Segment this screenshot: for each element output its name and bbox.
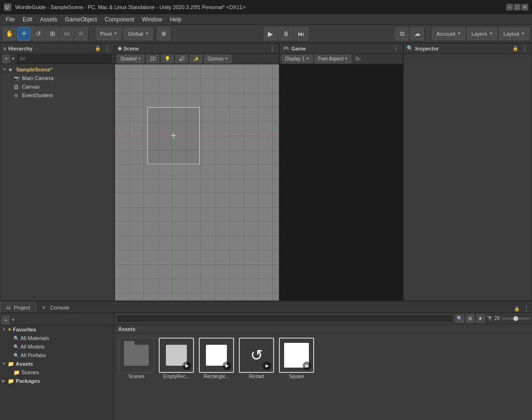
rect-tool-button[interactable]: ▭ — [60, 27, 73, 40]
hierarchy-search-input[interactable] — [17, 54, 112, 64]
hierarchy-lock-button[interactable]: 🔒 — [94, 45, 102, 52]
hierarchy-scene-root[interactable]: ▼ ★ SampleScene* — [0, 65, 114, 74]
assets-main-label: Assets — [114, 324, 532, 334]
project-add-button[interactable]: + — [2, 316, 10, 324]
asset-restart[interactable]: ↺ ▶ Restart — [238, 338, 275, 380]
favorites-section[interactable]: ▼ ★ Favorites — [0, 325, 114, 334]
scene-view[interactable] — [115, 64, 279, 300]
project-tabs: 🗂 Project ≡ Console 🔒 ⋮ — [0, 301, 532, 313]
2d-button[interactable]: 2D — [146, 55, 159, 63]
close-button[interactable]: ✕ — [522, 4, 528, 10]
toolbar: ✋ ✛ ↺ ⊞ ▭ ☆ Pivot ▼ Global ▼ ⊕ ▶ ⏸ ⏭ ⧉ ☁… — [0, 25, 532, 43]
scenes-folder-icon: 📁 — [13, 370, 20, 376]
hand-tool-button[interactable]: ✋ — [3, 27, 16, 40]
scale-tool-button[interactable]: ⊞ — [46, 27, 59, 40]
project-filter-button[interactable]: ⊞ — [466, 314, 474, 323]
layers-dropdown[interactable]: Layers ▼ — [467, 28, 497, 40]
move-tool-button[interactable]: ✛ — [17, 27, 31, 40]
hierarchy-item-main-camera[interactable]: 📷 Main Camera — [0, 74, 114, 82]
favorites-all-prefabs[interactable]: 🔍 All Prefabs — [0, 351, 114, 360]
scene-icon: ★ — [8, 67, 15, 72]
hierarchy-add-arrow[interactable]: ▼ — [11, 56, 16, 61]
project-main: 🔍 ⊞ ★ 🔭 20 Assets — [114, 313, 532, 420]
global-dropdown[interactable]: Global ▼ — [123, 28, 153, 40]
rotate-tool-button[interactable]: ↺ — [31, 27, 45, 40]
hierarchy-menu-button[interactable]: ⋮ — [103, 45, 111, 52]
step-button[interactable]: ⏭ — [294, 27, 308, 40]
scene-audio-button[interactable]: 🔊 — [175, 55, 188, 63]
cloud-button[interactable]: ☁ — [410, 27, 424, 40]
inspector-lock-button[interactable]: 🔒 — [512, 45, 519, 52]
play-button[interactable]: ▶ — [264, 27, 278, 40]
display-dropdown[interactable]: Display 1 ▼ — [282, 55, 313, 63]
layout-dropdown[interactable]: Layout ▼ — [499, 28, 529, 40]
eventsystem-label: EventSystem — [22, 92, 53, 98]
account-dropdown[interactable]: Account ▼ — [432, 28, 465, 40]
favorites-star-icon: ★ — [8, 327, 11, 332]
menu-window[interactable]: Window — [138, 15, 166, 24]
scene-menu-button[interactable]: ⋮ — [268, 45, 276, 52]
project-tab-label: Project — [14, 305, 30, 310]
project-lock-button[interactable]: 🔒 — [513, 305, 521, 312]
snap-button[interactable]: ⊕ — [157, 27, 170, 40]
menu-help[interactable]: Help — [166, 15, 185, 24]
asset-rectangle[interactable]: ▶ Rectangle... — [198, 338, 235, 380]
scenes-folder-thumb — [119, 338, 154, 373]
menu-gameobject[interactable]: GameObject — [61, 15, 101, 24]
game-view[interactable] — [280, 64, 403, 300]
collab-button[interactable]: ⧉ — [395, 27, 409, 40]
project-search-button[interactable]: 🔍 — [455, 314, 464, 323]
menu-file[interactable]: File — [2, 15, 19, 24]
aspect-dropdown[interactable]: Free Aspect ▼ — [315, 55, 351, 63]
scene-icon: ◈ — [118, 45, 122, 51]
asset-square-label: Square — [289, 374, 304, 380]
packages-section[interactable]: ▶ 📁 Packages — [0, 377, 114, 385]
camera-label: Main Camera — [22, 75, 53, 81]
tab-console[interactable]: ≡ Console — [36, 302, 75, 312]
inspector-panel: 🔍 Inspector 🔒 ⋮ — [403, 43, 532, 301]
tab-project[interactable]: 🗂 Project — [0, 302, 36, 312]
game-menu-button[interactable]: ⋮ — [392, 45, 400, 52]
assets-section[interactable]: ▼ 📁 Assets — [0, 360, 114, 368]
favorites-all-materials[interactable]: 🔍 All Materials — [0, 334, 114, 342]
inspector-menu-button[interactable]: ⋮ — [521, 45, 529, 52]
app-icon: U — [4, 3, 11, 11]
window-controls[interactable]: ─ □ ✕ — [506, 4, 528, 10]
scene-fx-button[interactable]: ✨ — [190, 55, 202, 63]
zoom-slider-thumb[interactable] — [513, 316, 518, 321]
menu-component[interactable]: Component — [101, 15, 138, 24]
scene-light-button[interactable]: 💡 — [161, 55, 174, 63]
project-menu-button[interactable]: ⋮ — [522, 305, 530, 312]
hierarchy-icon: ≡ — [3, 46, 6, 51]
project-star-button[interactable]: ★ — [476, 314, 485, 323]
minimize-button[interactable]: ─ — [506, 4, 513, 10]
menu-edit[interactable]: Edit — [19, 15, 36, 24]
hierarchy-add-button[interactable]: + — [2, 55, 10, 63]
layers-label: Layers — [471, 31, 487, 37]
scenes-label: Scenes — [21, 370, 39, 375]
multi-tool-button[interactable]: ☆ — [74, 27, 88, 40]
zoom-slider-track[interactable] — [501, 318, 530, 320]
maximize-button[interactable]: □ — [514, 4, 521, 10]
hierarchy-header: ≡ Hierarchy 🔒 ⋮ — [0, 43, 114, 54]
shading-mode-dropdown[interactable]: Shaded ▼ — [117, 55, 144, 63]
sidebar-scenes-folder[interactable]: 📁 Scenes — [0, 368, 114, 377]
pivot-dropdown[interactable]: Pivot ▼ — [96, 28, 122, 40]
scene-label: SampleScene* — [16, 67, 52, 72]
asset-scenes-folder[interactable]: Scenes — [118, 338, 154, 380]
console-tab-icon: ≡ — [42, 305, 48, 310]
all-models-label: All Models — [20, 344, 45, 350]
hierarchy-item-eventsystem[interactable]: ⚙ EventSystem — [0, 91, 114, 100]
scene-gizmos-button[interactable]: Gizmos ▼ — [204, 55, 232, 63]
favorites-all-models[interactable]: 🔍 All Models — [0, 342, 114, 351]
project-search-input[interactable] — [116, 314, 453, 323]
pause-button[interactable]: ⏸ — [279, 27, 293, 40]
hierarchy-item-canvas[interactable]: 🖼 Canvas — [0, 82, 114, 91]
hierarchy-title: Hierarchy — [8, 46, 32, 51]
asset-square[interactable]: ▶ Square — [278, 338, 315, 380]
project-add-arrow[interactable]: ▼ — [10, 317, 15, 322]
menu-assets[interactable]: Assets — [36, 15, 61, 24]
project-sidebar-toolbar: + ▼ — [0, 315, 114, 325]
inspector-title: Inspector — [415, 46, 439, 51]
asset-emptyrec[interactable]: ▶ EmptyRec... — [158, 338, 194, 380]
